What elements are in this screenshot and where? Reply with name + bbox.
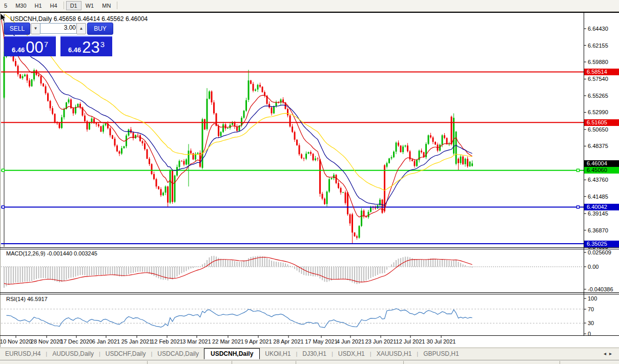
statusbar-separator [403, 361, 404, 364]
macd-panel [1, 256, 584, 288]
panel-separator [0, 335, 619, 336]
indicator-axis-tick: 0 [588, 331, 591, 337]
macd-signal-line [4, 257, 472, 284]
symbol-tab-gbpusd[interactable]: GBPUSD,H1 [418, 348, 464, 359]
panel-separator[interactable] [0, 247, 619, 248]
high-value: 6.46414 [77, 15, 99, 23]
horizontal-levels-layer[interactable] [1, 72, 584, 244]
buy-button[interactable]: BUY [87, 23, 113, 35]
date-axis-label: 3 Mar 2021 [182, 338, 211, 345]
panel-separator[interactable] [0, 292, 619, 293]
sell-price-pips: 00 [26, 40, 43, 55]
date-axis-label: 22 Mar 2021 [212, 338, 244, 345]
symbol-tab-usdchf[interactable]: USDCHF,Daily [100, 348, 151, 359]
symbol-tab-bar: EURUSD,H4|AUDUSD,Daily|USDCHF,Daily|USDC… [0, 348, 619, 360]
symbol-tab-eurusd[interactable]: EURUSD,H4 [0, 348, 46, 359]
date-axis-label: 10 Nov 2020 [0, 338, 32, 345]
date-axis-label: 28 Nov 2020 [31, 338, 63, 345]
axis-ticks [16, 29, 586, 338]
macd-main-value: -0.001440 [47, 250, 72, 256]
tab-scroll-arrows[interactable]: ◂▸ [604, 351, 615, 356]
open-value: 6.45658 [54, 15, 76, 23]
mouse-cursor-icon [0, 13, 8, 23]
status-bar [0, 360, 619, 364]
volume-input[interactable]: 3.00 [40, 23, 78, 34]
date-axis-label: 17 Dec 2020 [60, 338, 92, 345]
macd-label: MACD(12,26,9) [6, 250, 45, 256]
low-value: 6.45562 [101, 15, 123, 23]
level-price-label: 6.35025 [584, 241, 619, 247]
buy-price-display[interactable]: 6.46 23 3 [60, 36, 112, 56]
date-axis-label: 23 Jun 2021 [365, 338, 397, 345]
chart-ohlc-header: USDCNH,Daily 6.45658 6.46414 6.45562 6.4… [10, 15, 148, 23]
price-axis-tick: 6.64430 [588, 26, 608, 32]
rsi-panel [1, 309, 584, 328]
rsi-label: RSI(14) [6, 296, 26, 302]
buy-price-whole: 6.46 [68, 46, 81, 54]
price-axis-tick: 6.50650 [588, 126, 608, 133]
date-axis-label: 4 Jun 2021 [337, 338, 364, 345]
date-axis-label: 6 Jan 2021 [92, 338, 120, 345]
indicator-axis-tick: 30 [588, 320, 594, 326]
price-axis-tick: 6.62155 [588, 42, 608, 49]
price-axis-tick: 6.55265 [588, 93, 608, 99]
statusbar-separator [296, 361, 296, 364]
current-price-label: 6.46004 [584, 160, 619, 167]
indicator-axis-tick: 0.025609 [588, 249, 611, 255]
level-price-label: 6.40042 [584, 204, 619, 210]
date-axis-label: 25 Jan 2021 [121, 338, 153, 345]
indicator-axis-tick: -0.040386 [588, 286, 613, 292]
buy-price-point: 3 [100, 40, 105, 49]
level-price-label: 6.58514 [584, 69, 619, 75]
sell-price-point: 7 [44, 40, 48, 49]
statusbar-separator [232, 361, 232, 364]
price-axis-border [584, 13, 584, 336]
chart-symbol-period: USDCNH,Daily [10, 15, 52, 23]
level-price-label: 6.45060 [584, 167, 619, 174]
rsi-value: 46.5917 [27, 296, 48, 302]
rsi-indicator-header: RSI(14) 46.5917 [6, 296, 48, 302]
price-axis-tick: 6.57540 [588, 76, 608, 82]
price-axis-tick: 6.41485 [588, 194, 608, 200]
sell-price-whole: 6.46 [12, 46, 25, 54]
symbol-tab-xauusd[interactable]: XAUUSD,H1 [372, 348, 417, 359]
sell-price-display[interactable]: 6.46 00 7 [4, 36, 56, 56]
date-axis-label: 12 Feb 2021 [151, 338, 183, 345]
level-price-label: 6.51605 [584, 119, 619, 126]
volume-decrease-button[interactable]: ▼ [31, 23, 40, 34]
price-axis-tick: 6.36870 [588, 227, 608, 233]
panel-separator[interactable] [0, 249, 619, 249]
price-axis-tick: 6.43760 [588, 177, 608, 183]
candles-layer [4, 52, 473, 244]
date-axis-label: 30 Jul 2021 [427, 338, 456, 345]
statusbar-separator [560, 361, 560, 364]
symbol-tab-dj30[interactable]: DJ30,H1 [297, 348, 332, 359]
buy-price-pips: 23 [82, 40, 99, 55]
macd-indicator-header: MACD(12,26,9) -0.001440 0.003245 [6, 250, 97, 256]
macd-signal-value: 0.003245 [74, 250, 97, 256]
symbol-tab-usdcnh[interactable]: USDCNH,Daily [204, 348, 260, 359]
symbol-tab-usdx[interactable]: USDX,H1 [333, 348, 370, 359]
sell-button[interactable]: SELL [4, 23, 30, 35]
indicator-axis-tick: 0.00 [588, 264, 599, 270]
symbol-tab-audusd[interactable]: AUDUSD,Daily [47, 348, 99, 359]
price-axis-tick: 6.39145 [588, 210, 608, 217]
statusbar-separator [147, 361, 148, 364]
date-axis-label: 12 Jul 2021 [396, 338, 425, 345]
close-value: 6.46004 [126, 15, 148, 23]
indicator-axis-tick: 70 [588, 306, 594, 312]
volume-increase-button[interactable]: ▲ [76, 23, 86, 34]
date-axis-label: 28 Apr 2021 [273, 338, 303, 345]
symbol-tab-ukoil[interactable]: UKOil,H1 [260, 348, 296, 359]
price-axis-tick: 6.52990 [588, 109, 608, 115]
price-axis-tick: 6.48375 [588, 143, 608, 149]
panel-separator[interactable] [0, 294, 619, 294]
price-axis-tick: 6.59880 [588, 59, 608, 65]
one-click-trade-panel: SELL ▼ 3.00 ▲ BUY 6.46 00 7 6.46 23 3 [4, 23, 112, 54]
date-axis-label: 17 May 2021 [305, 338, 338, 345]
symbol-tab-usdcad[interactable]: USDCAD,Daily [152, 348, 204, 359]
indicator-axis-tick: 100 [588, 295, 597, 302]
rsi-line [7, 309, 472, 328]
date-axis-label: 9 Apr 2021 [244, 338, 272, 345]
